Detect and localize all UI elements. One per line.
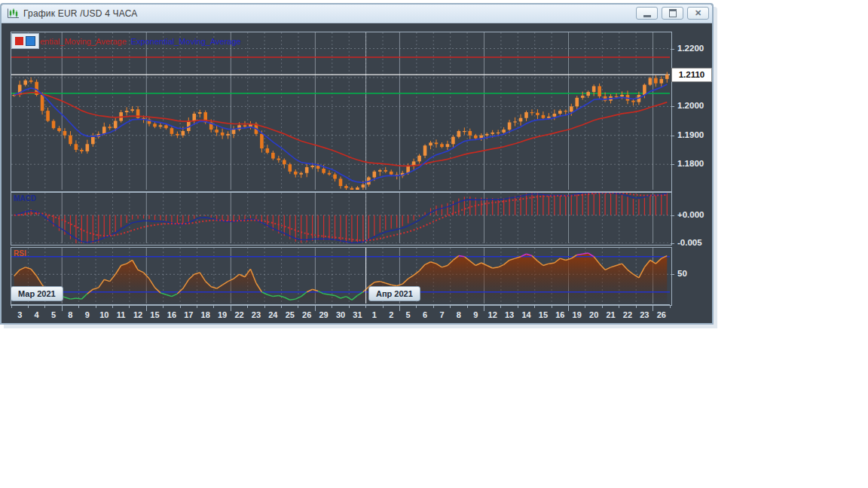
- x-axis-tick: [96, 305, 96, 308]
- x-tick-label: 17: [184, 310, 193, 319]
- x-axis-tick: [383, 305, 384, 308]
- x-axis-tick: [231, 305, 231, 311]
- axis-tick: [671, 215, 674, 216]
- x-tick-label: 14: [521, 310, 530, 319]
- x-axis: 3458910111215161718192223242526293031125…: [2, 304, 712, 324]
- x-axis-tick: [247, 305, 248, 308]
- month-label-april: Апр 2021: [368, 286, 420, 301]
- axis-tick: [671, 136, 674, 136]
- x-axis-tick: [450, 305, 451, 308]
- x-axis-tick: [484, 305, 484, 311]
- price-axis: 1.22001.20001.19001.18001.2110+0.000-0.0…: [671, 24, 712, 323]
- ema-red-label: ential_Moving_Average: [40, 37, 127, 46]
- rsi-panel[interactable]: [11, 247, 672, 306]
- ema-red-swatch-icon: [15, 37, 23, 45]
- x-tick-label: 23: [252, 310, 261, 319]
- x-tick-label: 12: [488, 310, 497, 319]
- x-tick-label: 31: [353, 310, 362, 319]
- x-axis-tick: [28, 305, 29, 308]
- chart-window: График EUR /USD 4 ЧАСА ✕ ential_Moving_A…: [0, 3, 714, 325]
- x-tick-label: 3: [17, 310, 22, 319]
- x-tick-label: 6: [423, 310, 427, 319]
- x-axis-tick: [467, 305, 468, 308]
- axis-tick: [671, 274, 674, 275]
- x-tick-label: 4: [35, 310, 39, 319]
- minimize-icon: [643, 15, 651, 17]
- x-tick-label: 20: [589, 310, 598, 319]
- x-axis-tick: [416, 305, 417, 308]
- x-axis-tick: [653, 305, 653, 311]
- x-tick-label: 23: [640, 310, 649, 319]
- x-tick-label: 8: [68, 310, 72, 319]
- x-tick-label: 8: [457, 310, 461, 319]
- x-axis-tick: [11, 305, 12, 308]
- window-title: График EUR /USD 4 ЧАСА: [23, 8, 138, 19]
- restore-icon: [669, 9, 677, 17]
- x-tick-label: 12: [133, 310, 142, 319]
- axis-tick: [671, 243, 674, 244]
- x-axis-tick: [349, 305, 350, 308]
- x-tick-label: 24: [268, 310, 277, 319]
- x-tick-label: 15: [150, 310, 159, 319]
- x-tick-label: 9: [85, 310, 90, 319]
- x-tick-label: 7: [439, 310, 444, 319]
- ema-blue-swatch-icon: [26, 36, 35, 46]
- x-axis-tick: [281, 305, 282, 308]
- price-tick-label: 1.1800: [677, 159, 704, 168]
- x-axis-tick: [163, 305, 164, 308]
- x-axis-tick: [197, 305, 197, 308]
- legend-swatch-box: [11, 33, 39, 49]
- x-axis-tick: [433, 305, 434, 308]
- x-axis-tick: [636, 305, 637, 308]
- x-tick-label: 29: [319, 310, 328, 319]
- x-axis-tick: [44, 305, 45, 308]
- x-axis-line: [11, 304, 670, 305]
- macd-panel-label: MACD: [14, 194, 36, 203]
- x-tick-label: 16: [167, 310, 176, 319]
- x-tick-label: 18: [201, 310, 210, 319]
- x-axis-tick: [298, 305, 298, 308]
- x-axis-tick: [78, 305, 79, 308]
- x-tick-label: 16: [555, 310, 564, 319]
- x-axis-tick: [500, 305, 501, 308]
- x-tick-label: 19: [573, 310, 582, 319]
- x-axis-tick: [602, 305, 603, 308]
- x-axis-tick: [332, 305, 332, 308]
- window-titlebar[interactable]: График EUR /USD 4 ЧАСА ✕: [2, 5, 712, 23]
- macd-tick-label: +0.000: [677, 210, 704, 219]
- chart-client-area: ential_Moving_Average Exponential_Moving…: [2, 24, 712, 323]
- macd-tick-label: -0.005: [677, 238, 702, 247]
- restore-button[interactable]: [662, 7, 683, 20]
- axis-tick: [671, 106, 674, 107]
- x-axis-tick: [552, 305, 552, 308]
- x-axis-tick: [264, 305, 265, 308]
- minimize-button[interactable]: [636, 7, 658, 20]
- x-tick-label: 30: [336, 310, 345, 319]
- rsi-panel-label: RSI: [14, 249, 26, 258]
- x-axis-tick: [585, 305, 585, 308]
- chart-app-icon: [6, 8, 20, 20]
- macd-panel[interactable]: [11, 192, 672, 246]
- x-tick-label: 13: [505, 310, 514, 319]
- ema-blue-label: Exponential_Moving_Average: [131, 37, 241, 46]
- x-axis-tick: [146, 305, 147, 311]
- x-tick-label: 10: [99, 310, 108, 319]
- x-axis-tick: [518, 305, 518, 308]
- rsi-tick-label: 50: [677, 269, 687, 278]
- x-axis-tick: [180, 305, 181, 308]
- x-axis-tick: [112, 305, 113, 308]
- x-axis-tick: [534, 305, 535, 308]
- price-tick-label: 1.2000: [677, 101, 704, 110]
- indicator-legend: ential_Moving_Average Exponential_Moving…: [11, 33, 241, 49]
- x-axis-tick: [315, 305, 316, 311]
- x-tick-label: 26: [657, 310, 666, 319]
- x-axis-tick: [568, 305, 569, 311]
- x-tick-label: 15: [539, 310, 548, 319]
- x-axis-tick: [399, 305, 400, 311]
- x-tick-label: 5: [406, 310, 411, 319]
- price-panel[interactable]: [11, 32, 672, 192]
- close-icon: ✕: [695, 9, 701, 17]
- x-tick-label: 21: [606, 310, 615, 319]
- close-button[interactable]: ✕: [687, 7, 709, 20]
- x-tick-label: 22: [234, 310, 243, 319]
